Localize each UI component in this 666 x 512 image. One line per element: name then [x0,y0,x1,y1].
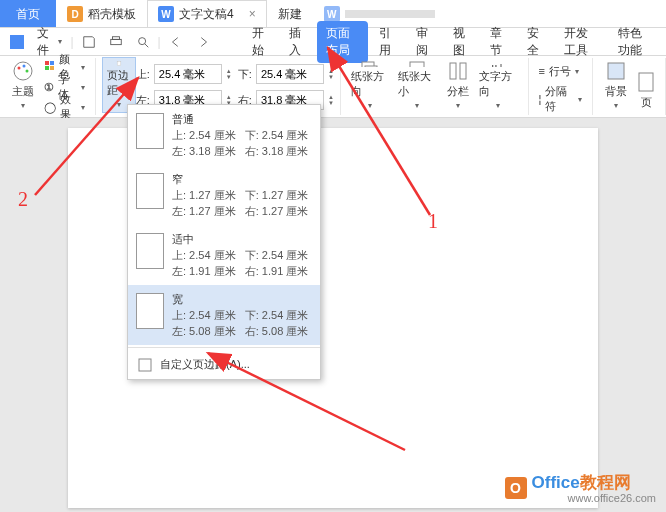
margin-top-input[interactable] [154,64,222,84]
bg-icon [605,60,627,82]
print-icon[interactable] [104,32,128,52]
doc-icon: W [324,6,340,22]
paper-size-button[interactable]: 纸张大小▾ [394,57,441,113]
menu-start[interactable]: 开始 [243,21,278,63]
break-icon: ¦ [539,93,542,105]
watermark-url: www.office26.com [568,492,656,504]
tab-extra[interactable]: W [313,0,446,27]
preset-thumb-icon [136,113,164,149]
redo-icon[interactable] [191,32,215,52]
svg-point-3 [138,37,145,44]
margin-preset-wide[interactable]: 宽 上: 2.54 厘米 下: 2.54 厘米 左: 5.08 厘米 右: 5.… [128,285,320,345]
margin-bottom-input[interactable] [256,64,324,84]
menu-insert[interactable]: 插入 [280,21,315,63]
svg-rect-19 [460,63,466,79]
svg-rect-2 [112,36,119,39]
svg-rect-22 [639,73,653,91]
app-menu-icon[interactable] [5,32,29,52]
template-icon: D [67,6,83,22]
menu-tab-bar: 开始 插入 页面布局 引用 审阅 视图 章节 安全 开发工具 特色功能 [243,28,661,55]
preset-thumb-icon [136,233,164,269]
redacted-label [345,10,435,18]
doc-icon: W [158,6,174,22]
spin-down-icon[interactable]: ▼ [226,74,232,80]
margin-preset-normal[interactable]: 普通 上: 2.54 厘米 下: 2.54 厘米 左: 3.18 厘米 右: 3… [128,105,320,165]
page-button[interactable]: 页 [633,57,659,113]
watermark-logo-icon: O [505,477,527,499]
palette-icon [12,60,34,82]
preset-thumb-icon [136,293,164,329]
tab-document-label: 文字文稿4 [179,6,234,23]
preset-thumb-icon [136,173,164,209]
tab-template-label: 稻壳模板 [88,6,136,23]
tab-template[interactable]: D 稻壳模板 [56,0,147,27]
margins-dropdown: 普通 上: 2.54 厘米 下: 2.54 厘米 左: 3.18 厘米 右: 3… [127,104,321,380]
close-icon[interactable]: × [249,7,256,21]
svg-rect-1 [110,39,121,44]
svg-rect-10 [50,61,54,65]
svg-rect-11 [45,66,49,70]
theme-button[interactable]: 主题▾ [6,57,40,113]
background-button[interactable]: 背景▾ [599,57,633,113]
svg-rect-0 [10,35,24,49]
svg-line-4 [144,43,148,47]
effect-icon: ◯ [44,101,56,114]
svg-rect-17 [410,62,424,67]
svg-point-7 [23,65,26,68]
spin-down-icon[interactable]: ▼ [328,100,334,106]
breaks-button[interactable]: ¦分隔符▾ [535,89,586,109]
ribbon: 主题▾ 颜色▾ ①字体▾ ◯效果▾ 页边距▾ 上:▲▼ 下:▲▼ 左:▲▼ 右:… [0,56,666,118]
watermark: O Office教程网 www.office26.com [505,471,656,504]
theme-effect-button[interactable]: ◯效果▾ [40,97,89,117]
svg-rect-21 [608,63,624,79]
paper-size-icon [406,60,428,67]
svg-rect-12 [50,66,54,70]
svg-point-8 [26,70,29,73]
quick-access-bar: 文件▾ | | 开始 插入 页面布局 引用 审阅 视图 章节 安全 开发工具 特… [0,28,666,56]
svg-point-6 [18,67,21,70]
custom-margins-item[interactable]: 自定义页边距(A)... [128,350,320,379]
page-icon [637,71,655,93]
margins-icon [108,61,130,66]
undo-icon[interactable] [164,32,188,52]
orientation-button[interactable]: 纸张方向▾ [347,57,394,113]
svg-rect-16 [365,66,377,67]
orientation-icon [359,60,381,67]
svg-rect-18 [450,63,456,79]
textdir-icon: II [487,60,509,67]
margin-preset-narrow[interactable]: 窄 上: 1.27 厘米 下: 1.27 厘米 左: 1.27 厘米 右: 1.… [128,165,320,225]
columns-button[interactable]: 分栏▾ [441,57,475,113]
colors-icon [44,60,55,74]
svg-text:II: II [491,63,498,67]
spin-down-icon[interactable]: ▼ [328,74,334,80]
custom-icon [138,358,152,372]
font-icon: ① [44,81,54,94]
margin-preset-moderate[interactable]: 适中 上: 2.54 厘米 下: 2.54 厘米 左: 1.91 厘米 右: 1… [128,225,320,285]
svg-rect-23 [139,359,151,371]
preview-icon[interactable] [131,32,155,52]
margin-bottom-label: 下: [238,67,252,82]
svg-rect-9 [45,61,49,65]
margin-top-label: 上: [136,67,150,82]
lineno-icon: ≡ [539,65,545,77]
svg-point-5 [14,62,32,80]
line-number-button[interactable]: ≡行号▾ [535,61,586,81]
text-direction-button[interactable]: II文字方向▾ [475,57,522,113]
columns-icon [447,60,469,82]
save-icon[interactable] [77,32,101,52]
document-workspace [0,118,666,512]
